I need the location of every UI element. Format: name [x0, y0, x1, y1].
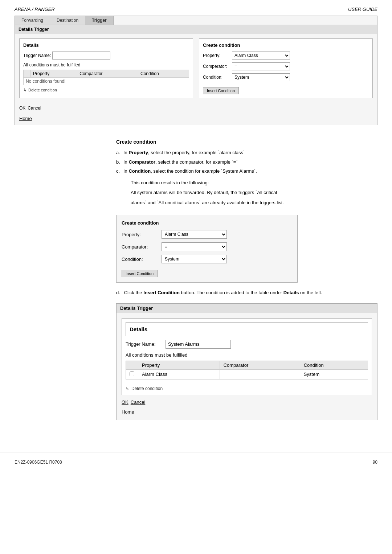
step-d-text: Click the Insert Condition button. The c… — [124, 290, 322, 295]
bottom-home-link[interactable]: Home — [122, 409, 134, 415]
bottom-delete-condition-button[interactable]: ↳ Delete condition — [126, 386, 163, 391]
step-c-text: In Condition, select the condition for e… — [123, 168, 257, 174]
home-link[interactable]: Home — [19, 116, 32, 121]
property-select[interactable]: Alarm Class — [232, 52, 290, 59]
header-right: USER GUIDE — [348, 7, 377, 12]
bottom-delete-condition-label: Delete condition — [131, 386, 163, 391]
doc-step-b: b. In Comparator, select the comparator,… — [116, 159, 377, 166]
tab-forwarding[interactable]: Forwarding — [15, 16, 50, 25]
create-condition-title: Create condition — [203, 42, 369, 48]
trigger-name-row: Trigger Name: — [23, 52, 189, 59]
bottom-details-inner: Details Trigger Name: All conditions mus… — [122, 318, 372, 395]
bottom-trigger-name-input[interactable] — [166, 340, 231, 349]
bottom-dialog: Details Trigger Details Trigger Name: Al… — [116, 303, 377, 420]
no-conditions-text: No conditions found! — [24, 78, 189, 85]
doc-step-c: c. In Condition, select the condition fo… — [116, 168, 377, 175]
dialog-body: Details Trigger Name: All conditions mus… — [15, 34, 377, 103]
step-c-label: c. — [116, 168, 120, 175]
cw-insert-button[interactable]: Insert Condition — [122, 270, 158, 277]
insert-condition-button[interactable]: Insert Condition — [203, 87, 239, 94]
row-condition-cell: System — [300, 369, 368, 379]
doc-note-3: alarms` and `All uncritical alarms` are … — [116, 199, 377, 206]
cw-comparator-label: Comparator: — [122, 244, 162, 250]
col-checkbox — [24, 70, 31, 78]
bottom-col-checkbox — [126, 361, 138, 369]
cw-condition-row: Condition: System — [122, 255, 292, 263]
table-row: Alarm Class = System — [126, 369, 368, 379]
row-checkbox-cell — [126, 369, 138, 379]
bottom-dialog-header: Details Trigger — [117, 304, 377, 313]
step-d-bold1: Insert Condition — [143, 290, 180, 295]
top-dialog: Forwarding Destination Trigger Details T… — [15, 16, 377, 125]
bottom-dialog-body: Details Trigger Name: All conditions mus… — [117, 313, 377, 420]
doc-step-a: a. In Property, select the property, for… — [116, 149, 377, 156]
bottom-details-title: Details — [126, 322, 368, 336]
bottom-ok-button[interactable]: OK — [122, 399, 128, 405]
comparator-label: Comperator: — [203, 64, 232, 69]
cw-property-select[interactable]: Alarm Class — [162, 230, 227, 239]
comparator-select[interactable]: = — [232, 62, 290, 70]
footer-right: 90 — [373, 460, 377, 465]
conditions-note: All conditions must be fulfilled — [23, 62, 189, 67]
bottom-cancel-button[interactable]: Cancel — [131, 399, 145, 405]
step-a-text: In Property, select the property, for ex… — [123, 150, 245, 155]
bottom-conditions-note: All conditions must be fulfilled — [126, 352, 368, 358]
doc-note-1: This condition results in the following: — [116, 179, 377, 186]
bottom-delete-arrow-icon: ↳ — [126, 386, 129, 391]
delete-arrow-icon: ↳ — [23, 87, 27, 93]
bottom-home-area: Home — [122, 407, 372, 415]
row-property-cell: Alarm Class — [138, 369, 220, 379]
cw-property-row: Property: Alarm Class — [122, 230, 292, 239]
bottom-trigger-name-label: Trigger Name: — [126, 341, 166, 347]
details-title: Details — [23, 42, 189, 48]
cw-condition-label: Condition: — [122, 257, 162, 262]
bottom-col-property: Property — [138, 361, 220, 369]
cw-property-label: Property: — [122, 232, 162, 237]
step-a-bold: Property — [128, 150, 148, 155]
cw-comparator-row: Comparator: = — [122, 242, 292, 251]
footer-left: EN2Z-0906GE51 R0708 — [15, 460, 62, 465]
top-dialog-actions: OK Cancel — [15, 103, 377, 114]
trigger-name-label: Trigger Name: — [23, 53, 52, 58]
condition-widget: Create condition Property: Alarm Class C… — [116, 215, 298, 283]
col-condition: Condition — [138, 70, 189, 78]
conditions-table: Property Comparator Condition No conditi… — [23, 70, 189, 85]
step-b-label: b. — [116, 159, 120, 166]
trigger-name-input[interactable] — [52, 52, 110, 59]
cancel-button[interactable]: Cancel — [28, 106, 41, 111]
step-d-bold2: Details — [283, 290, 299, 295]
doc-list: a. In Property, select the property, for… — [116, 149, 377, 175]
property-label: Property: — [203, 53, 232, 58]
no-conditions-row: No conditions found! — [24, 78, 189, 85]
bottom-trigger-name-row: Trigger Name: — [126, 340, 368, 349]
cw-comparator-select[interactable]: = — [162, 242, 227, 251]
doc-note-2: All system alarms will be forwarded. By … — [116, 189, 377, 196]
tab-trigger[interactable]: Trigger — [85, 16, 114, 25]
step-d-label: d. — [116, 290, 123, 295]
doc-section-title: Create condition — [116, 139, 377, 145]
doc-section: Create condition a. In Property, select … — [15, 132, 377, 420]
row-checkbox[interactable] — [130, 372, 134, 376]
step-d: d. Click the Insert Condition button. Th… — [116, 289, 377, 297]
ok-button[interactable]: OK — [19, 106, 25, 111]
delete-condition-button[interactable]: ↳ Delete condition — [23, 87, 57, 93]
details-panel: Details Trigger Name: All conditions mus… — [19, 38, 193, 98]
col-comparator: Comparator — [77, 70, 138, 78]
create-condition-panel: Create condition Property: Alarm Class C… — [199, 38, 373, 98]
condition-row: Condition: System — [203, 73, 369, 81]
page-footer: EN2Z-0906GE51 R0708 90 — [0, 452, 392, 472]
condition-select[interactable]: System — [232, 73, 290, 81]
step-b-text: In Comparator, select the comparator, fo… — [123, 159, 238, 165]
row-comparator-cell: = — [220, 369, 300, 379]
cw-condition-select[interactable]: System — [162, 255, 227, 263]
step-a-label: a. — [116, 149, 120, 156]
bottom-col-condition: Condition — [300, 361, 368, 369]
property-row: Property: Alarm Class — [203, 52, 369, 59]
bottom-conditions-table: Property Comparator Condition — [126, 361, 368, 379]
dialog-tabs: Forwarding Destination Trigger — [15, 16, 377, 25]
delete-condition-label: Delete condition — [28, 88, 57, 92]
bottom-dialog-actions: OK Cancel — [122, 399, 372, 405]
step-c-bold: Condition — [128, 168, 151, 174]
home-area: Home — [15, 114, 377, 125]
tab-destination[interactable]: Destination — [50, 16, 85, 25]
